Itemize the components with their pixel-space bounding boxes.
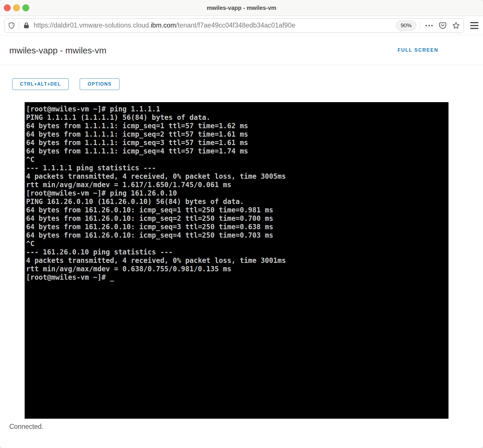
shield-icon[interactable] — [8, 22, 15, 29]
connection-status: Connected. — [9, 423, 483, 431]
page-title: mwiles-vapp - mwiles-vm — [9, 46, 106, 55]
zoom-level-button[interactable]: 90% — [396, 21, 416, 30]
browser-window: mwiles-vapp - mwiles-vm https://daldir01… — [0, 0, 483, 448]
url-path: /tenant/f7ae49cc04f348edb34ac01af90e — [176, 21, 295, 29]
menu-icon[interactable] — [470, 22, 478, 29]
traffic-lights — [4, 0, 29, 16]
zoom-window-button[interactable] — [22, 4, 29, 11]
lock-icon[interactable] — [23, 22, 30, 29]
urlbar-divider — [19, 21, 19, 30]
page-actions-icon[interactable] — [425, 22, 433, 29]
minimize-window-button[interactable] — [13, 4, 20, 11]
url-prefix: https://daldir01.vmware-solutions.cloud. — [34, 21, 151, 29]
urlbar-actions — [425, 21, 460, 30]
url-domain: ibm.com — [151, 21, 176, 29]
terminal-output: [root@mwiles-vm ~]# ping 1.1.1.1 PING 1.… — [26, 105, 447, 282]
console-buttons: CTRL+ALT+DEL OPTIONS — [0, 65, 483, 90]
bookmark-star-icon[interactable] — [452, 21, 460, 30]
options-button[interactable]: OPTIONS — [80, 78, 119, 90]
ctrl-alt-del-button[interactable]: CTRL+ALT+DEL — [12, 78, 69, 90]
page-header: mwiles-vapp - mwiles-vm FULL SCREEN — [0, 35, 483, 65]
url-text: https://daldir01.vmware-solutions.cloud.… — [34, 21, 393, 29]
urlbar-divider-right — [420, 21, 420, 30]
vm-console-screen[interactable]: [root@mwiles-vm ~]# ping 1.1.1.1 PING 1.… — [25, 102, 449, 419]
browser-toolbar: https://daldir01.vmware-solutions.cloud.… — [0, 16, 483, 35]
titlebar: mwiles-vapp - mwiles-vm — [0, 0, 483, 16]
pocket-save-icon[interactable] — [439, 21, 447, 30]
address-bar[interactable]: https://daldir01.vmware-solutions.cloud.… — [4, 18, 464, 33]
full-screen-link[interactable]: FULL SCREEN — [397, 47, 438, 53]
window-title: mwiles-vapp - mwiles-vm — [207, 5, 276, 11]
close-window-button[interactable] — [4, 4, 11, 11]
